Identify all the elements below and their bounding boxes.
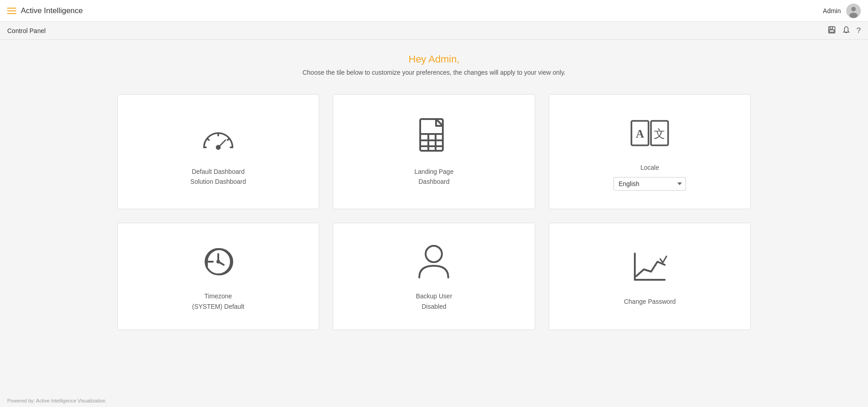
save-icon[interactable] xyxy=(828,26,836,36)
tile-change-password-label: Change Password xyxy=(624,297,676,306)
tile-locale-label: Locale xyxy=(641,163,659,172)
chart-icon xyxy=(629,247,670,289)
greeting-title: Hey Admin, xyxy=(23,53,845,65)
tile-timezone-label: Timezone (SYSTEM) Default xyxy=(192,291,244,311)
svg-point-1 xyxy=(851,7,856,11)
tiles-grid: Default Dashboard Solution Dashboard xyxy=(117,94,751,330)
help-icon[interactable]: ? xyxy=(857,26,861,35)
footer-text: Powered by: Active Intelligence Visualiz… xyxy=(7,398,106,403)
locale-select[interactable]: English French German Spanish Japanese C… xyxy=(614,177,686,191)
sub-header-icons: ? xyxy=(828,26,861,36)
svg-point-2 xyxy=(849,13,858,18)
svg-text:A: A xyxy=(636,128,644,140)
navbar-right: Admin xyxy=(823,4,861,18)
svg-rect-5 xyxy=(830,30,834,32)
tile-landing-page[interactable]: Landing Page Dashboard xyxy=(333,94,535,209)
tile-landing-page-label: Landing Page Dashboard xyxy=(414,167,453,187)
locale-icon: A 文 xyxy=(629,113,670,155)
svg-rect-4 xyxy=(830,27,833,29)
tile-backup-user-label: Backup User Disabled xyxy=(416,291,452,311)
navbar: Active Intelligence Admin xyxy=(0,0,868,22)
greeting-section: Hey Admin, Choose the tile below to cust… xyxy=(23,53,845,76)
svg-point-12 xyxy=(216,146,220,149)
tile-change-password[interactable]: Change Password xyxy=(549,223,751,330)
greeting-subtitle: Choose the tile below to customize your … xyxy=(23,69,845,76)
dashboard-icon xyxy=(198,117,239,159)
bell-icon[interactable] xyxy=(842,26,850,36)
tile-locale[interactable]: A 文 Locale English French German Spanish… xyxy=(549,94,751,209)
admin-label: Admin xyxy=(823,7,841,14)
tile-backup-user[interactable]: Backup User Disabled xyxy=(333,223,535,330)
hamburger-icon[interactable] xyxy=(7,8,16,14)
main-content: Hey Admin, Choose the tile below to cust… xyxy=(0,40,868,344)
footer: Powered by: Active Intelligence Visualiz… xyxy=(0,394,868,407)
tile-timezone[interactable]: Timezone (SYSTEM) Default xyxy=(117,223,320,330)
svg-text:文: 文 xyxy=(654,128,665,140)
user-icon xyxy=(413,241,454,284)
svg-line-9 xyxy=(207,139,209,140)
svg-point-26 xyxy=(217,261,219,263)
app-title: Active Intelligence xyxy=(21,6,83,15)
svg-line-10 xyxy=(228,139,230,140)
tile-default-dashboard-label: Default Dashboard Solution Dashboard xyxy=(190,167,246,187)
spreadsheet-icon xyxy=(413,117,454,159)
clock-icon xyxy=(198,241,239,284)
navbar-left: Active Intelligence xyxy=(7,6,83,15)
sub-header: Control Panel ? xyxy=(0,22,868,40)
control-panel-title: Control Panel xyxy=(7,27,46,34)
tile-default-dashboard[interactable]: Default Dashboard Solution Dashboard xyxy=(117,94,320,209)
svg-point-27 xyxy=(426,246,442,262)
avatar xyxy=(846,4,861,18)
